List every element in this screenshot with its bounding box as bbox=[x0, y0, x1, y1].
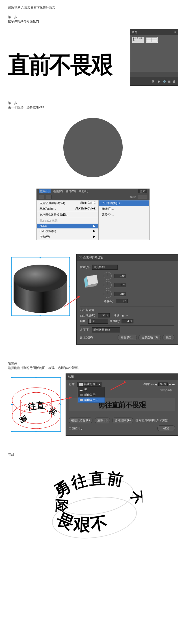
bevel-height-field[interactable]: 4 pt bbox=[122, 319, 133, 323]
surface-select[interactable]: 塑料效果底纹 bbox=[92, 327, 120, 332]
symbol-option-none[interactable]: ▬无 bbox=[78, 387, 105, 392]
style-label: 样式: bbox=[130, 195, 136, 199]
ok-button[interactable]: 确定 bbox=[163, 335, 174, 340]
face-page[interactable]: 3 / 3 bbox=[158, 382, 168, 386]
bevel-height-label: 高度(H): bbox=[110, 319, 120, 323]
menu-item[interactable]: 变形(W)▶ bbox=[37, 234, 98, 240]
position-label: 位置(N): bbox=[80, 265, 90, 269]
dialog-title: 贴图 bbox=[66, 374, 178, 380]
final-figure: 勇往直前 畏艰不 险 不 bbox=[8, 457, 178, 568]
menu-item-3d[interactable]: 3D(3)▶ bbox=[37, 224, 98, 228]
next-face-icon[interactable]: ▶ bbox=[169, 383, 171, 386]
symbol-label: 符号: bbox=[69, 382, 75, 386]
doc-preset[interactable]: 基本 bbox=[138, 189, 147, 193]
position-select[interactable]: 自定旋转 bbox=[92, 265, 118, 270]
menu-item-revolve[interactable]: 绕转(R)... bbox=[99, 206, 149, 212]
step3-figure: 往直 勇 前 贴图 符号: 新建符号 1▾ ▬无 新建符号 新建符号 1 bbox=[8, 373, 178, 436]
svg-text:险: 险 bbox=[54, 498, 70, 513]
clear-all-button[interactable]: 全部清除 (A) bbox=[112, 418, 133, 423]
menu-item[interactable]: 应用"凸出和斜角"(A)Shift+Ctrl+E bbox=[37, 200, 98, 206]
rot-y-field[interactable]: 57° bbox=[114, 283, 126, 287]
rot-x-field[interactable]: -29° bbox=[114, 274, 126, 278]
menu-item-extrude[interactable]: 凸出和斜角(E)... bbox=[99, 200, 149, 206]
last-face-icon[interactable]: ⏭ bbox=[172, 383, 175, 386]
rot-y-knob[interactable] bbox=[104, 281, 112, 289]
menu-item-rotate[interactable]: 旋转(O)... bbox=[99, 212, 149, 217]
rotation-cube[interactable] bbox=[81, 272, 101, 292]
symbols-panel-title: 符号 bbox=[132, 30, 138, 34]
surface-label: 表面: bbox=[143, 382, 150, 386]
menu-help[interactable]: 帮助(H) bbox=[79, 189, 88, 193]
rot-x-knob[interactable] bbox=[104, 272, 112, 280]
menu-item[interactable]: 凸出和斜角...Alt+Shift+Ctrl+E bbox=[37, 206, 98, 212]
perspective-label: 透视(R): bbox=[104, 299, 114, 303]
menu-window[interactable]: 窗口(W) bbox=[66, 189, 76, 193]
scale-to-fit-button[interactable]: 缩放以适合 (F) bbox=[69, 418, 92, 423]
more-options-button[interactable]: 更多选项 (O) bbox=[139, 335, 161, 340]
prev-face-icon[interactable]: ◀ bbox=[155, 383, 157, 386]
3d-submenu[interactable]: 凸出和斜角(E)... 绕转(R)... 旋转(O)... bbox=[99, 200, 150, 240]
step2-label: 第二步 bbox=[8, 101, 178, 105]
menu-item[interactable]: 文档栅格效果设置(E)... bbox=[37, 212, 98, 218]
selection-bbox[interactable] bbox=[12, 377, 60, 432]
cylinder-preview bbox=[8, 254, 73, 319]
preview-checkbox[interactable]: ☐ 预览 (P) bbox=[69, 426, 82, 430]
cap-on-icon[interactable]: ◉ bbox=[122, 314, 124, 317]
step2-3d-figure: 3D 凸出和斜角选项 位置(N): 自定旋转 -29° bbox=[8, 254, 178, 345]
map-art-dialog[interactable]: 贴图 符号: 新建符号 1▾ ▬无 新建符号 新建符号 1 表面: ⏮ ◀ 3 bbox=[66, 373, 178, 436]
final-label: 完成 bbox=[8, 453, 178, 457]
menu-section-header: Illustrator 效果 bbox=[37, 218, 98, 224]
depth-label: 凸出厚度(D): bbox=[80, 314, 96, 317]
ok-button[interactable]: 确定 bbox=[157, 425, 175, 431]
panel-menu-icon[interactable]: ≡ bbox=[174, 30, 176, 34]
first-face-icon[interactable]: ⏮ bbox=[151, 383, 154, 386]
style-swatch[interactable] bbox=[138, 195, 147, 199]
clear-button[interactable]: 清除 (C) bbox=[95, 418, 110, 423]
surface-label: 表面(S): bbox=[80, 328, 90, 332]
page-title: 课游视界-AI教程圆环字体设计教程 bbox=[8, 6, 178, 10]
step3-desc: 选择刚刚托到符号面板的图，表现，选择第3个即可。 bbox=[8, 366, 178, 370]
3d-options-dialog[interactable]: 3D 凸出和斜角选项 位置(N): 自定旋转 -29° bbox=[76, 254, 178, 345]
extrude-section-title: 凸出与斜角 bbox=[80, 308, 174, 312]
rot-z-field[interactable]: -10° bbox=[114, 292, 126, 296]
effect-menu-figure: 效果(C) 视图(V) 窗口(W) 帮助(H) 基本 样式: 应用"凸出和斜角"… bbox=[36, 189, 150, 240]
map-button[interactable]: 贴图 (M)... bbox=[118, 335, 137, 340]
preview-checkbox[interactable]: ☑ 预览(P) bbox=[80, 336, 93, 340]
symbol-thumb-2[interactable] bbox=[146, 37, 158, 43]
step3-label: 第三步 bbox=[8, 362, 178, 366]
menu-item[interactable]: SVG 滤镜(G)▶ bbox=[37, 228, 98, 234]
svg-text:不: 不 bbox=[128, 490, 142, 505]
rot-z-knob[interactable] bbox=[104, 290, 112, 298]
effect-submenu[interactable]: 应用"凸出和斜角"(A)Shift+Ctrl+E 凸出和斜角...Alt+Shi… bbox=[36, 200, 99, 240]
symbol-thumb-1[interactable]: 勇往直前不畏 bbox=[132, 37, 144, 43]
new-icon[interactable]: ▦ bbox=[168, 80, 170, 83]
symbol-select[interactable]: 新建符号 1▾ ▬无 新建符号 新建符号 1 bbox=[77, 382, 101, 387]
options-toolbar: 样式: bbox=[36, 194, 150, 200]
step1-figure: 直前不畏艰 符号 ≡ 勇往直前不畏 ⎘ ⊕ 🔗 ▦ 🗑 bbox=[8, 29, 178, 97]
panel-icon[interactable]: ⎘ bbox=[152, 80, 155, 83]
step1-label: 第一步 bbox=[8, 15, 178, 19]
step1-desc: 把字体托到符号面板内 bbox=[8, 19, 178, 23]
bevel-select[interactable]: ▌ 无 bbox=[88, 319, 108, 324]
app-menubar[interactable]: 效果(C) 视图(V) 窗口(W) 帮助(H) 基本 bbox=[36, 189, 150, 194]
symbol-option-2[interactable]: 新建符号 1 bbox=[78, 397, 105, 403]
perspective-field[interactable]: 0° bbox=[116, 299, 128, 303]
selection-bbox[interactable] bbox=[11, 258, 70, 316]
shade-checkbox[interactable]: ☑ 贴图具有明暗调（较慢） bbox=[135, 418, 170, 422]
link-icon[interactable]: 🔗 bbox=[163, 80, 165, 83]
menu-view[interactable]: 视图(V) bbox=[53, 189, 63, 193]
stroke-swatch[interactable] bbox=[46, 195, 52, 199]
menu-effect[interactable]: 效果(C) bbox=[39, 189, 51, 193]
cap-label: 端点: bbox=[114, 314, 120, 317]
panel-icon[interactable]: ⊕ bbox=[157, 80, 160, 83]
symbols-panel[interactable]: 符号 ≡ 勇往直前不畏 ⎘ ⊕ 🔗 ▦ 🗑 bbox=[130, 29, 178, 86]
depth-field[interactable]: 50 pt bbox=[98, 313, 110, 317]
cap-off-icon[interactable]: ○ bbox=[126, 314, 129, 317]
step2-desc: 画一个圆形，选择效果-3D bbox=[8, 105, 178, 109]
fill-swatch[interactable] bbox=[39, 195, 44, 199]
ring-preview: 往直 勇 前 bbox=[8, 373, 64, 436]
symbol-options[interactable]: ▬无 新建符号 新建符号 1 bbox=[78, 387, 105, 403]
circle-shape bbox=[63, 118, 123, 177]
symbol-option-1[interactable]: 新建符号 bbox=[78, 392, 105, 397]
trash-icon[interactable]: 🗑 bbox=[173, 80, 176, 83]
